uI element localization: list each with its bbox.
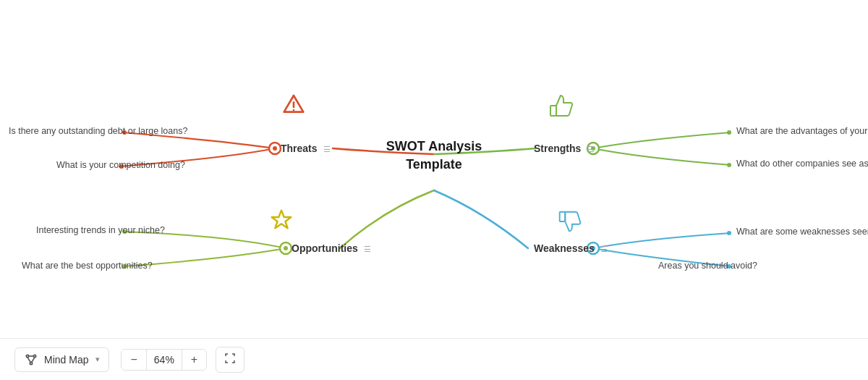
weaknesses-leaf-1: What are some weaknesses seen by other…	[736, 227, 868, 237]
svg-rect-19	[560, 212, 566, 221]
strengths-leaf-2: What do other companies see as your stre…	[736, 159, 868, 169]
strengths-menu-icon[interactable]: ☰	[587, 145, 595, 153]
weaknesses-leaf-2: Areas you should avoid?	[658, 261, 757, 271]
svg-point-17	[293, 109, 295, 111]
svg-rect-18	[550, 106, 556, 116]
opportunities-icon	[270, 208, 293, 235]
fit-icon	[224, 352, 237, 365]
zoom-controls: − 64% +	[121, 349, 207, 371]
svg-line-24	[27, 357, 30, 362]
svg-point-5	[284, 246, 288, 250]
mode-selector[interactable]: Mind Map ▾	[14, 347, 109, 372]
svg-point-10	[727, 231, 731, 235]
zoom-out-button[interactable]: −	[122, 350, 145, 370]
zoom-in-button[interactable]: +	[182, 350, 206, 370]
opportunities-branch: Opportunities ☰	[292, 242, 371, 255]
weaknesses-icon	[556, 208, 583, 237]
threats-icon	[282, 93, 305, 121]
weaknesses-branch: Weaknesses ☰	[534, 242, 608, 255]
svg-point-8	[727, 130, 731, 135]
svg-point-9	[727, 163, 731, 167]
mindmap-icon	[24, 352, 38, 367]
strengths-label: Strengths	[534, 143, 581, 154]
threats-leaf-1: Is there any outstanding debt or large l…	[9, 126, 187, 136]
toolbar: Mind Map ▾ − 64% +	[0, 338, 868, 380]
weaknesses-label: Weaknesses	[534, 242, 595, 254]
strengths-icon	[546, 93, 575, 122]
svg-point-20	[26, 355, 28, 357]
threats-menu-icon[interactable]: ☰	[323, 145, 331, 153]
svg-point-1	[273, 146, 277, 151]
svg-point-21	[33, 355, 35, 357]
strengths-branch: Strengths ☰	[534, 142, 595, 155]
threats-branch: Threats ☰	[281, 142, 331, 155]
mode-chevron[interactable]: ▾	[95, 355, 100, 364]
mode-label: Mind Map	[44, 354, 88, 366]
weaknesses-menu-icon[interactable]: ☰	[600, 245, 608, 253]
opportunities-leaf-1: Interesting trends in your niche?	[36, 225, 165, 235]
fit-screen-button[interactable]	[216, 347, 244, 373]
svg-point-22	[30, 362, 32, 364]
opportunities-label: Opportunities	[292, 242, 358, 254]
threats-leaf-2: What is your competition doing?	[56, 160, 185, 170]
opportunities-leaf-2: What are the best opportunities?	[22, 261, 153, 271]
zoom-value: 64%	[146, 350, 182, 370]
svg-line-25	[32, 357, 35, 362]
opportunities-menu-icon[interactable]: ☰	[364, 245, 371, 253]
threats-label: Threats	[281, 143, 318, 154]
strengths-leaf-1: What are the advantages of your company?	[736, 126, 868, 136]
